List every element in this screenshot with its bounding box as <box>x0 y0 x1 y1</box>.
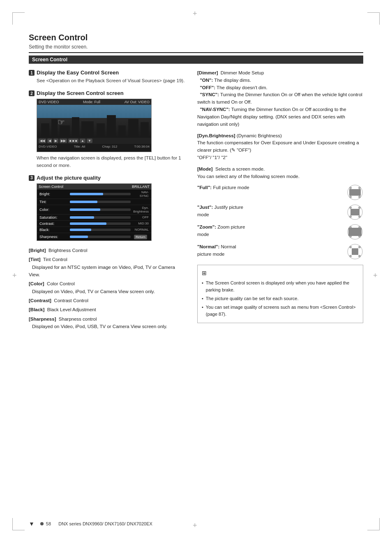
step-2-title: Display the Screen Control screen <box>37 90 124 96</box>
svg-point-4 <box>358 196 361 198</box>
mode-zoom: "Zoom": Zoom picturemode <box>197 224 363 240</box>
building-1 <box>41 123 49 138</box>
screen-btn-up: ▲ <box>80 139 85 143</box>
settings-row-bright: Bright: NAV-SYNC <box>37 190 151 199</box>
building-6 <box>97 123 105 138</box>
note-3: You can set image quality of screens suc… <box>202 304 359 318</box>
note-section: ⊞ The Screen Control screen is displayed… <box>197 265 363 323</box>
settings-row-contrast: Contrast: MID:30 <box>37 221 151 227</box>
svg-point-3 <box>349 196 352 198</box>
step-3-title: Adjust the picture quality <box>37 175 101 181</box>
step-1-body: See <Operation on the Playback Screen of… <box>29 77 185 84</box>
screen-btn-prev: ◀◀ <box>39 139 46 143</box>
step-2-body: When the navigation screen is displayed,… <box>29 155 185 169</box>
crosshair-top <box>192 12 200 20</box>
step-2-number: 2 <box>29 90 35 96</box>
mode-zoom-icon <box>347 224 363 240</box>
mode-just-icon <box>347 204 363 220</box>
screen-controls: ◀◀ ◀ ▶ ▶▶ ■ ■ ■ ▲ ▼ <box>37 138 151 144</box>
building-3 <box>60 125 70 138</box>
screen-top-bar: DVD VIDEO Mode: Full AV Out: VIDEO <box>37 99 151 105</box>
step-3: 3 Adjust the picture quality Screen Cont… <box>29 175 185 241</box>
footer-bullet <box>40 522 44 525</box>
screen-btn-prev2: ◀ <box>47 139 52 143</box>
footer-series: DNX series DNX9960/ DNX7160/ DNX7020EX <box>58 521 152 526</box>
dimmer-section: [Dimmer] Dimmer Mode Setup "ON": The dis… <box>197 69 363 128</box>
crosshair-left <box>12 273 20 282</box>
step-3-number: 3 <box>29 175 35 181</box>
svg-point-22 <box>358 255 361 257</box>
left-column: 1 Display the Easy Control Screen See <O… <box>29 69 185 332</box>
page-title: Screen Control <box>29 33 363 42</box>
svg-point-9 <box>349 215 352 218</box>
hand-icon: ☞ <box>58 117 65 127</box>
settings-top-bar: Screen Control BRILLANT <box>37 184 151 190</box>
step-2: 2 Display the Screen Control screen DVD … <box>29 90 185 169</box>
note-icon: ⊞ <box>202 268 359 278</box>
mode-just: "Just": Justify picturemode <box>197 204 363 220</box>
step-1-title: Display the Easy Control Screen <box>37 69 119 76</box>
svg-point-20 <box>358 246 361 248</box>
screen-btn-next: ▶ <box>53 139 58 143</box>
page-footer: ▼ 58 DNX series DNX9960/ DNX7160/ DNX702… <box>29 520 363 527</box>
settings-row-tint: Tint: <box>37 199 151 205</box>
mode-section: [Mode] Selects a screen mode. You can se… <box>197 166 363 180</box>
screen-btn-down: ▼ <box>87 139 92 143</box>
corner-mark-br <box>367 518 380 530</box>
svg-point-1 <box>349 187 352 189</box>
settings-row-saturation: Saturation: OFF <box>37 215 151 221</box>
settings-row-sharpness: Sharpness: Return <box>37 233 151 241</box>
ctrl-sharpness: [Sharpness] Sharpness control Displayed … <box>29 315 185 331</box>
dyn-brightness-section: [Dyn.Brightness] (Dynamic Brightness) Th… <box>197 132 363 162</box>
city-silhouette: ☞ <box>37 105 151 138</box>
note-2: The picture quality can be set for each … <box>202 295 359 303</box>
step-1: 1 Display the Easy Control Screen See <O… <box>29 69 185 84</box>
building-2 <box>51 119 58 138</box>
right-column: [Dimmer] Dimmer Mode Setup "ON": The dis… <box>197 69 363 332</box>
page-subtitle: Setting the monitor screen. <box>29 44 363 50</box>
title-section: Screen Control Setting the monitor scree… <box>29 33 363 53</box>
svg-point-10 <box>358 215 361 218</box>
corner-mark-tl <box>12 12 25 25</box>
building-9 <box>128 119 138 138</box>
ctrl-tint: [Tint] Tint Control Displayed for an NTS… <box>29 256 185 278</box>
settings-mockup: Screen Control BRILLANT Bright: NAV-SYNC… <box>37 183 152 241</box>
settings-row-color: Color: Dyn. Brightness <box>37 205 151 215</box>
screen-bottom-bar: DVD-VIDEO Title: All Chap: 312 T:00:36:0… <box>37 144 151 149</box>
footer-page: 58 <box>46 521 51 526</box>
screen-image-area: ☞ <box>37 105 151 138</box>
building-4 <box>72 117 79 138</box>
note-1: The Screen Control screen is displayed o… <box>202 280 359 294</box>
svg-point-7 <box>349 206 352 209</box>
svg-rect-11 <box>350 209 360 215</box>
svg-rect-17 <box>348 228 362 236</box>
svg-rect-5 <box>349 189 361 196</box>
corner-mark-bl <box>12 518 25 530</box>
step-1-number: 1 <box>29 70 35 76</box>
mode-normal-icon <box>347 243 363 260</box>
screen-btn-row: ◀◀ ◀ ▶ ▶▶ ■ ■ ■ ▲ ▼ <box>39 139 92 143</box>
mode-full: "Full": Full picture mode <box>197 184 363 201</box>
screen-mockup: DVD VIDEO Mode: Full AV Out: VIDEO <box>37 99 152 152</box>
svg-rect-23 <box>352 248 358 255</box>
svg-point-19 <box>349 246 352 248</box>
building-7 <box>107 115 116 138</box>
corner-mark-tr <box>367 12 380 25</box>
mode-full-icon <box>347 184 363 201</box>
crosshair-right <box>372 273 380 282</box>
mode-normal: "Normal": Normalpicture mode <box>197 243 363 260</box>
ctrl-black: [Black] Black Level Adjustment <box>29 306 185 313</box>
building-8 <box>118 125 126 138</box>
building-10 <box>141 122 149 138</box>
screen-btn-next2: ▶▶ <box>60 139 67 143</box>
ctrl-color: [Color] Color Control Displayed on Video… <box>29 280 185 295</box>
footer-arrow: ▼ <box>29 520 35 527</box>
building-5 <box>81 121 94 138</box>
ctrl-bright: [Bright] Brightness Control <box>29 247 185 254</box>
settings-row-black: Black: NORMAL <box>37 227 151 233</box>
svg-point-21 <box>349 255 352 257</box>
ctrl-contrast: [Contrast] Contrast Control <box>29 297 185 304</box>
svg-point-2 <box>358 187 361 189</box>
section-label: Screen Control <box>29 56 363 64</box>
screen-btn-menu: ■ ■ ■ <box>68 139 78 143</box>
